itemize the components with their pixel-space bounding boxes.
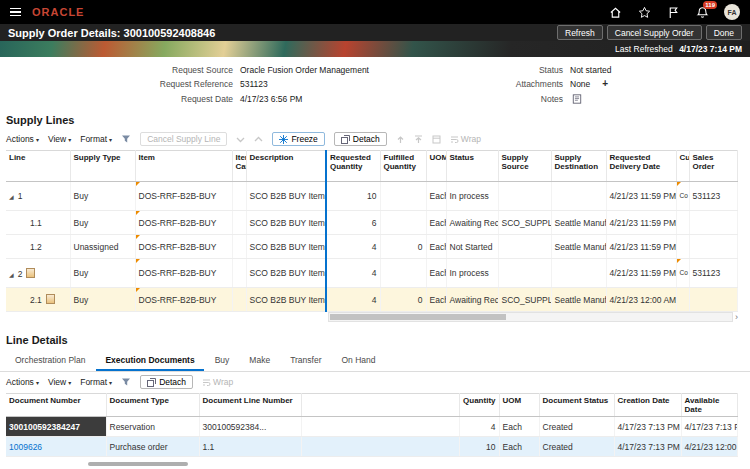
view-menu[interactable]: View▾: [48, 134, 71, 144]
home-icon[interactable]: [608, 5, 622, 19]
cell-supply-destination[interactable]: Seattle Manufactu...: [551, 235, 606, 259]
cell-item[interactable]: DOS-RRF-B2B-BUY: [135, 182, 232, 211]
cell-requested-quantity[interactable]: 4: [326, 235, 380, 259]
cell-supply-source[interactable]: [498, 235, 551, 259]
cell-requested-delivery-date[interactable]: 4/21/23 12:00 AM: [606, 288, 676, 312]
supply-line-row[interactable]: ◢2 Buy DOS-RRF-B2B-BUY SCO B2B BUY Items…: [6, 259, 737, 288]
cell-requested-quantity[interactable]: 4: [326, 259, 380, 288]
col-header-uom[interactable]: UOM: [499, 394, 539, 417]
cell-document-line-number[interactable]: 300100592384...: [199, 417, 301, 437]
cell-document-line-number[interactable]: 1.1: [199, 437, 301, 457]
cell-sales-order[interactable]: [689, 288, 737, 312]
document-number-link[interactable]: 1009626: [9, 442, 42, 452]
cell-supply-source[interactable]: SCO_SUPPLIER: [498, 288, 551, 312]
col-header-supply-destination[interactable]: Supply Destination: [551, 151, 606, 182]
scrollbar-thumb[interactable]: [330, 314, 506, 320]
cell-status[interactable]: Not Started: [446, 235, 498, 259]
cell-document-status[interactable]: Created: [539, 417, 614, 437]
cell-line[interactable]: ◢2: [6, 259, 70, 288]
cell-supply-source[interactable]: [498, 259, 551, 288]
col-header-line[interactable]: Line: [6, 151, 70, 182]
cell-customer[interactable]: Co Se Re: [676, 182, 689, 211]
cell-line[interactable]: 2.1: [6, 288, 70, 312]
expand-all-icon[interactable]: [236, 135, 245, 144]
cell-document-type[interactable]: Purchase order: [106, 437, 199, 457]
supply-line-row-current[interactable]: 2.1 Buy DOS-RRF-B2B-BUY SCO B2B BUY Item…: [6, 288, 737, 312]
cell-sales-order[interactable]: [689, 235, 737, 259]
cell-fulfilled-quantity[interactable]: [380, 259, 426, 288]
tab-make[interactable]: Make: [240, 352, 279, 371]
col-header-quantity[interactable]: Quantity: [459, 394, 499, 417]
tab-on-hand[interactable]: On Hand: [332, 352, 384, 371]
supply-line-row[interactable]: 1.1 Buy DOS-RRF-B2B-BUY SCO B2B BUY Item…: [6, 211, 737, 235]
supply-lines-horizontal-scrollbar[interactable]: [328, 312, 733, 322]
cell-description[interactable]: SCO B2B BUY Items for RRF: [246, 182, 326, 211]
cell-requested-quantity[interactable]: 4: [326, 288, 380, 312]
cell-requested-delivery-date[interactable]: 4/21/23 11:59 PM: [606, 235, 676, 259]
cell-item-category[interactable]: [232, 182, 246, 211]
cell-sales-order[interactable]: 531123: [689, 182, 737, 211]
cell-description[interactable]: SCO B2B BUY Items for RRF: [246, 211, 326, 235]
cell-customer[interactable]: [676, 288, 689, 312]
col-header-description[interactable]: Description: [246, 151, 326, 182]
cell-supply-type[interactable]: Buy: [70, 211, 135, 235]
cell-uom[interactable]: Each: [426, 211, 446, 235]
cell-supply-type[interactable]: Buy: [70, 182, 135, 211]
cell-item[interactable]: DOS-RRF-B2B-BUY: [135, 259, 232, 288]
cell-uom[interactable]: Each: [426, 182, 446, 211]
scroll-right-icon[interactable]: ›: [735, 313, 738, 322]
cell-sales-order[interactable]: [689, 211, 737, 235]
freeze-button[interactable]: Freeze: [272, 132, 324, 146]
format-menu[interactable]: Format▾: [80, 134, 112, 144]
cell-uom[interactable]: Each: [499, 437, 539, 457]
cell-customer[interactable]: [676, 235, 689, 259]
cell-supply-type[interactable]: Buy: [70, 288, 135, 312]
cell-description[interactable]: SCO B2B BUY Items for RRF: [246, 235, 326, 259]
cell-fulfilled-quantity[interactable]: 0: [380, 235, 426, 259]
cell-available-date[interactable]: 4/21/23 12:00 AM: [681, 437, 737, 457]
col-header-supply-source[interactable]: Supply Source: [498, 151, 551, 182]
cell-available-date[interactable]: 4/17/23 7:13 PM: [681, 417, 737, 437]
cell-supply-type[interactable]: Unassigned: [70, 235, 135, 259]
notes-icon[interactable]: [572, 94, 582, 104]
wrap-button[interactable]: Wrap: [202, 377, 233, 387]
cell-uom[interactable]: Each: [426, 259, 446, 288]
cell-description[interactable]: SCO B2B BUY Items for RRF: [246, 288, 326, 312]
query-by-example-icon[interactable]: [121, 134, 131, 144]
cell-requested-quantity[interactable]: 10: [326, 182, 380, 211]
cell-quantity[interactable]: 10: [459, 437, 499, 457]
cell-item-category[interactable]: [232, 288, 246, 312]
cell-document-number[interactable]: 300100592384247: [6, 417, 106, 437]
refresh-button[interactable]: Refresh: [557, 25, 603, 40]
cell-customer[interactable]: [676, 211, 689, 235]
flag-icon[interactable]: [666, 5, 680, 19]
cell-creation-date[interactable]: 4/17/23 7:13 PM: [614, 417, 681, 437]
cell-customer[interactable]: Co Se Re: [676, 259, 689, 288]
col-header-available-date[interactable]: Available Date: [681, 394, 737, 417]
cell-supply-destination[interactable]: Seattle Manufactu...: [551, 288, 606, 312]
cell-supply-destination[interactable]: [551, 182, 606, 211]
cell-uom[interactable]: Each: [426, 288, 446, 312]
col-header-sales-order[interactable]: Sales Order: [689, 151, 737, 182]
cell-uom[interactable]: Each: [426, 235, 446, 259]
tab-orchestration-plan[interactable]: Orchestration Plan: [6, 352, 94, 371]
cell-fulfilled-quantity[interactable]: [380, 182, 426, 211]
col-header-document-status[interactable]: Document Status: [539, 394, 614, 417]
col-header-creation-date[interactable]: Creation Date: [614, 394, 681, 417]
cancel-supply-order-button[interactable]: Cancel Supply Order: [607, 25, 702, 40]
cell-uom[interactable]: Each: [499, 417, 539, 437]
cell-requested-delivery-date[interactable]: 4/21/23 11:59 PM: [606, 211, 676, 235]
col-header-requested-quantity[interactable]: Requested Quantity: [326, 151, 380, 182]
cell-status[interactable]: Awaiting Receipt: [446, 288, 498, 312]
cell-status[interactable]: In process: [446, 182, 498, 211]
detach-button[interactable]: Detach: [140, 375, 193, 389]
expand-toggle-icon[interactable]: ◢: [9, 271, 14, 278]
col-header-requested-delivery-date[interactable]: Requested Delivery Date: [606, 151, 676, 182]
add-attachment-icon[interactable]: +: [602, 79, 608, 89]
col-header-fulfilled-quantity[interactable]: Fulfilled Quantity: [380, 151, 426, 182]
actions-menu[interactable]: Actions▾: [6, 377, 39, 387]
wrap-button[interactable]: Wrap: [450, 134, 481, 144]
cell-item-category[interactable]: [232, 235, 246, 259]
cell-quantity[interactable]: 4: [459, 417, 499, 437]
go-up-icon[interactable]: [396, 135, 405, 144]
